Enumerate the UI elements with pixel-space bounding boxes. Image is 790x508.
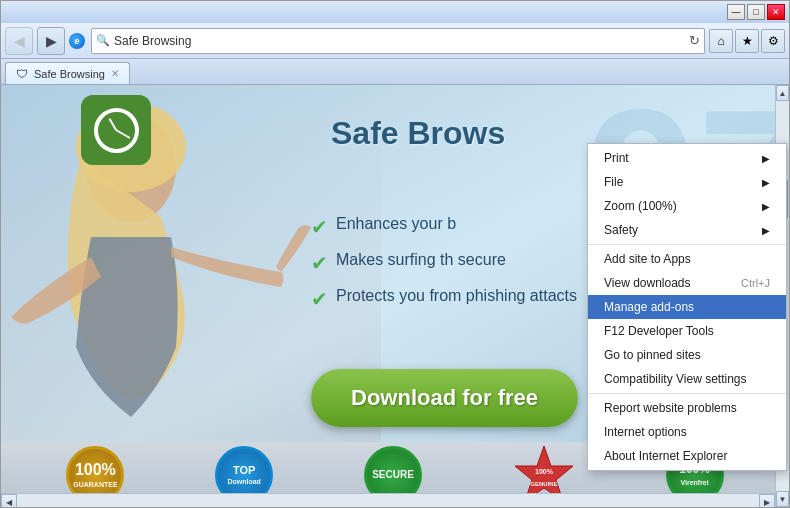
toolbar: ◀ ▶ e 🔍 ↻ ⌂ ★ ⚙	[1, 23, 789, 59]
menu-item-manage-addons[interactable]: Manage add-ons	[588, 295, 786, 319]
refresh-icon[interactable]: ↻	[689, 33, 700, 48]
settings-button[interactable]: ⚙	[761, 29, 785, 53]
app-icon	[81, 95, 151, 165]
scroll-down-button[interactable]: ▼	[776, 491, 789, 507]
minimize-button[interactable]: —	[727, 4, 745, 20]
favorites-button[interactable]: ★	[735, 29, 759, 53]
address-input[interactable]	[114, 34, 685, 48]
context-menu: Print ▶ File ▶ Zoom (100%) ▶ Safety ▶ Ad…	[587, 143, 787, 471]
page-content: 97	[1, 85, 789, 507]
woman-svg	[1, 107, 361, 447]
menu-item-about-ie[interactable]: About Internet Explorer	[588, 444, 786, 468]
features-list: ✔ Enhances your b ✔ Makes surfing th sec…	[311, 215, 577, 323]
arrow-icon: ▶	[762, 153, 770, 164]
scroll-track-horizontal	[17, 494, 759, 507]
browser-window: — □ ✕ ◀ ▶ e 🔍 ↻ ⌂ ★ ⚙ 🛡 Safe Browsing ✕ …	[0, 0, 790, 508]
checkmark-icon-1: ✔	[311, 215, 328, 239]
svg-text:GENUINE: GENUINE	[530, 481, 557, 487]
tab-close-button[interactable]: ✕	[111, 68, 119, 79]
clock-minute-hand	[116, 129, 131, 139]
menu-item-print[interactable]: Print ▶	[588, 146, 786, 170]
home-button[interactable]: ⌂	[709, 29, 733, 53]
arrow-icon: ▶	[762, 177, 770, 188]
checkmark-icon-2: ✔	[311, 251, 328, 275]
scroll-left-button[interactable]: ◀	[1, 494, 17, 507]
arrow-icon: ▶	[762, 201, 770, 212]
feature-item-2: ✔ Makes surfing th secure	[311, 251, 577, 275]
tab-bar: 🛡 Safe Browsing ✕	[1, 59, 789, 85]
toolbar-right: ⌂ ★ ⚙	[709, 29, 785, 53]
checkmark-icon-3: ✔	[311, 287, 328, 311]
back-button[interactable]: ◀	[5, 27, 33, 55]
tab-label: Safe Browsing	[34, 68, 105, 80]
menu-item-f12[interactable]: F12 Developer Tools	[588, 319, 786, 343]
menu-item-file[interactable]: File ▶	[588, 170, 786, 194]
scroll-right-button[interactable]: ▶	[759, 494, 775, 507]
page-title: Safe Brows	[331, 115, 505, 152]
scroll-up-button[interactable]: ▲	[776, 85, 789, 101]
title-bar: — □ ✕	[1, 1, 789, 23]
menu-item-pinned-sites[interactable]: Go to pinned sites	[588, 343, 786, 367]
menu-item-add-site[interactable]: Add site to Apps	[588, 247, 786, 271]
menu-item-view-downloads[interactable]: View downloads Ctrl+J	[588, 271, 786, 295]
menu-separator-1	[588, 244, 786, 245]
forward-button[interactable]: ▶	[37, 27, 65, 55]
search-icon: 🔍	[96, 34, 110, 47]
svg-text:100%: 100%	[535, 468, 554, 475]
shortcut-label: Ctrl+J	[741, 277, 770, 289]
browser-logo-icon: e	[69, 33, 85, 49]
clock-icon	[94, 108, 139, 153]
menu-item-internet-options[interactable]: Internet options	[588, 420, 786, 444]
scrollbar-bottom: ◀ ▶	[1, 493, 775, 507]
address-bar-container: 🔍 ↻	[91, 28, 705, 54]
active-tab[interactable]: 🛡 Safe Browsing ✕	[5, 62, 130, 84]
tab-favicon: 🛡	[16, 67, 28, 81]
close-button[interactable]: ✕	[767, 4, 785, 20]
menu-item-compat-view[interactable]: Compatibility View settings	[588, 367, 786, 391]
feature-item-1: ✔ Enhances your b	[311, 215, 577, 239]
menu-item-report[interactable]: Report website problems	[588, 396, 786, 420]
arrow-icon: ▶	[762, 225, 770, 236]
menu-item-zoom[interactable]: Zoom (100%) ▶	[588, 194, 786, 218]
download-button[interactable]: Download for free	[311, 369, 578, 427]
maximize-button[interactable]: □	[747, 4, 765, 20]
menu-item-safety[interactable]: Safety ▶	[588, 218, 786, 242]
menu-separator-2	[588, 393, 786, 394]
feature-item-3: ✔ Protects you from phishing attacts	[311, 287, 577, 311]
